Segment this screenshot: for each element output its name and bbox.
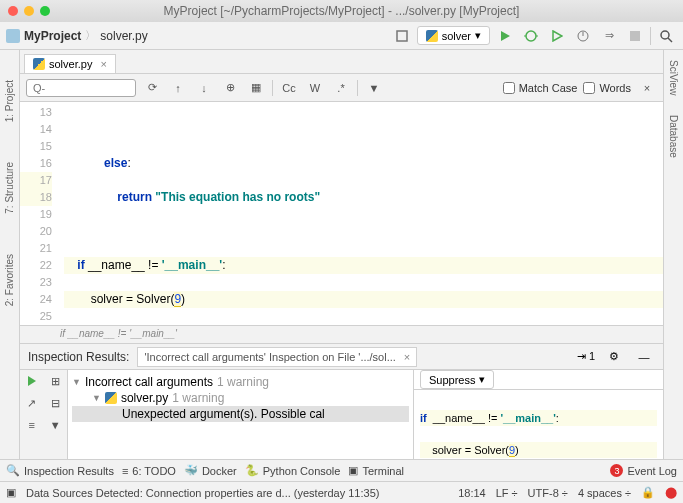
toolwin-eventlog[interactable]: 3 Event Log bbox=[610, 464, 677, 477]
tab-solver[interactable]: solver.py × bbox=[24, 54, 116, 73]
indent[interactable]: 4 spaces ÷ bbox=[578, 487, 631, 499]
titlebar: MyProject [~/PycharmProjects/MyProject] … bbox=[0, 0, 683, 22]
add-selection-icon[interactable]: ⊕ bbox=[220, 78, 240, 98]
collapse-button[interactable]: ≡ bbox=[20, 414, 44, 436]
toolwin-terminal[interactable]: ▣ Terminal bbox=[348, 464, 404, 477]
gutter: 1314151617181920212223242526 bbox=[20, 102, 60, 325]
stop-button[interactable] bbox=[624, 25, 646, 47]
toolwin-python-console[interactable]: 🐍 Python Console bbox=[245, 464, 341, 477]
profile-button[interactable] bbox=[572, 25, 594, 47]
toolwin-inspection[interactable]: 🔍 Inspection Results bbox=[6, 464, 114, 477]
chevron-down-icon: ▾ bbox=[479, 373, 485, 386]
status-message: Data Sources Detected: Connection proper… bbox=[26, 487, 448, 499]
run-button[interactable] bbox=[494, 25, 516, 47]
tool-window-bar: 🔍 Inspection Results ≡ 6: TODO 🐳 Docker … bbox=[0, 459, 683, 481]
close-icon[interactable]: × bbox=[404, 351, 410, 363]
tree-row[interactable]: ▼ solver.py 1 warning bbox=[72, 390, 409, 406]
words-checkbox[interactable]: Words bbox=[583, 82, 631, 94]
find-bar: ⟳ ↑ ↓ ⊕ ▦ Cc W .* ▼ Match Case Words × bbox=[20, 74, 663, 102]
window-title: MyProject [~/PycharmProjects/MyProject] … bbox=[164, 4, 520, 18]
sidebar-item-structure[interactable]: 7: Structure bbox=[4, 162, 15, 214]
tree-row[interactable]: ▼ Incorrect call arguments 1 warning bbox=[72, 374, 409, 390]
prev-match-button[interactable]: ↑ bbox=[168, 78, 188, 98]
close-find-button[interactable]: × bbox=[637, 78, 657, 98]
main-toolbar: MyProject 〉 solver.py solver ▾ ⇒ bbox=[0, 22, 683, 50]
tree-row[interactable]: Unexpected argument(s). Possible cal bbox=[72, 406, 409, 422]
alert-icon[interactable]: ⬤ bbox=[665, 486, 677, 499]
regex-icon[interactable]: .* bbox=[331, 78, 351, 98]
breadcrumb-sep: 〉 bbox=[85, 28, 96, 43]
right-sidebar: SciView Database bbox=[663, 50, 683, 459]
inspection-tab[interactable]: 'Incorrect call arguments' Inspection on… bbox=[137, 347, 417, 367]
suppress-button[interactable]: Suppress ▾ bbox=[420, 370, 494, 389]
preview-code[interactable]: if __name__ != '__main__': solver = Solv… bbox=[414, 390, 663, 459]
attach-button[interactable]: ⇒ bbox=[598, 25, 620, 47]
editor-tabs: solver.py × bbox=[20, 50, 663, 74]
inspection-tree[interactable]: ▼ Incorrect call arguments 1 warning ▼ s… bbox=[68, 370, 413, 459]
toolwin-docker[interactable]: 🐳 Docker bbox=[184, 464, 237, 477]
inspection-body: ⊞ ↗ ⊟ ≡ ▼ ▼ Incorrect call arguments 1 w… bbox=[20, 369, 663, 459]
line-separator[interactable]: LF ÷ bbox=[496, 487, 518, 499]
editor-content[interactable]: else: return "This equation has no roots… bbox=[60, 102, 663, 325]
sidebar-item-sciview[interactable]: SciView bbox=[668, 60, 679, 95]
export-button[interactable]: ↗ bbox=[20, 392, 44, 414]
history-icon[interactable]: ⟳ bbox=[142, 78, 162, 98]
filter-button[interactable]: ▼ bbox=[44, 414, 68, 436]
toolwin-todo[interactable]: ≡ 6: TODO bbox=[122, 465, 176, 477]
case-icon[interactable]: Cc bbox=[279, 78, 299, 98]
sidebar-item-project[interactable]: 1: Project bbox=[4, 80, 15, 122]
svg-point-1 bbox=[526, 31, 536, 41]
suppress-bar: Suppress ▾ bbox=[414, 370, 663, 390]
breadcrumb-project[interactable]: MyProject bbox=[24, 29, 81, 43]
status-bar: ▣ Data Sources Detected: Connection prop… bbox=[0, 481, 683, 503]
inspection-title: Inspection Results: bbox=[28, 350, 129, 364]
filter-icon[interactable]: ▼ bbox=[364, 78, 384, 98]
max-dot[interactable] bbox=[40, 6, 50, 16]
search-input[interactable] bbox=[26, 79, 136, 97]
window-controls[interactable] bbox=[8, 6, 50, 16]
python-icon bbox=[426, 30, 438, 42]
debug-button[interactable] bbox=[520, 25, 542, 47]
svg-rect-6 bbox=[630, 31, 640, 41]
inspection-preview: Suppress ▾ if __name__ != '__main__': so… bbox=[413, 370, 663, 459]
expand-button[interactable]: ⊟ bbox=[44, 392, 68, 414]
python-icon bbox=[33, 58, 45, 70]
close-icon[interactable]: × bbox=[100, 58, 106, 70]
coverage-button[interactable] bbox=[546, 25, 568, 47]
center-pane: solver.py × ⟳ ↑ ↓ ⊕ ▦ Cc W .* ▼ Match Ca… bbox=[20, 50, 663, 459]
encoding[interactable]: UTF-8 ÷ bbox=[528, 487, 568, 499]
main-area: 1: Project 7: Structure 2: Favorites sol… bbox=[0, 50, 683, 459]
inspection-toolbar: ⊞ ↗ ⊟ ≡ ▼ bbox=[20, 370, 68, 459]
select-all-icon[interactable]: ▦ bbox=[246, 78, 266, 98]
build-icon[interactable] bbox=[391, 25, 413, 47]
project-icon bbox=[6, 29, 20, 43]
cursor-position[interactable]: 18:14 bbox=[458, 487, 486, 499]
close-dot[interactable] bbox=[8, 6, 18, 16]
min-dot[interactable] bbox=[24, 6, 34, 16]
svg-point-7 bbox=[661, 31, 669, 39]
status-icon[interactable]: ▣ bbox=[6, 486, 16, 499]
svg-line-8 bbox=[668, 38, 672, 42]
rerun-button[interactable] bbox=[20, 370, 44, 392]
python-icon bbox=[105, 392, 117, 404]
lock-icon[interactable]: 🔒 bbox=[641, 486, 655, 499]
next-match-button[interactable]: ↓ bbox=[194, 78, 214, 98]
svg-rect-0 bbox=[397, 31, 407, 41]
word-icon[interactable]: W bbox=[305, 78, 325, 98]
toggle-button[interactable]: ⊞ bbox=[44, 370, 68, 392]
run-config-selector[interactable]: solver ▾ bbox=[417, 26, 490, 45]
search-everywhere-button[interactable] bbox=[655, 25, 677, 47]
chevron-down-icon: ▾ bbox=[475, 29, 481, 42]
gear-icon[interactable]: ⚙ bbox=[603, 346, 625, 368]
inspection-header: Inspection Results: 'Incorrect call argu… bbox=[20, 343, 663, 369]
hide-icon[interactable]: — bbox=[633, 346, 655, 368]
left-sidebar: 1: Project 7: Structure 2: Favorites bbox=[0, 50, 20, 459]
breadcrumb-file[interactable]: solver.py bbox=[100, 29, 147, 43]
match-case-checkbox[interactable]: Match Case bbox=[503, 82, 578, 94]
inspection-count: ⇥ 1 bbox=[577, 350, 595, 363]
sidebar-item-database[interactable]: Database bbox=[668, 115, 679, 158]
sidebar-item-favorites[interactable]: 2: Favorites bbox=[4, 254, 15, 306]
editor[interactable]: 1314151617181920212223242526 else: retur… bbox=[20, 102, 663, 325]
editor-breadcrumb[interactable]: if __name__ != '__main__' bbox=[20, 325, 663, 343]
